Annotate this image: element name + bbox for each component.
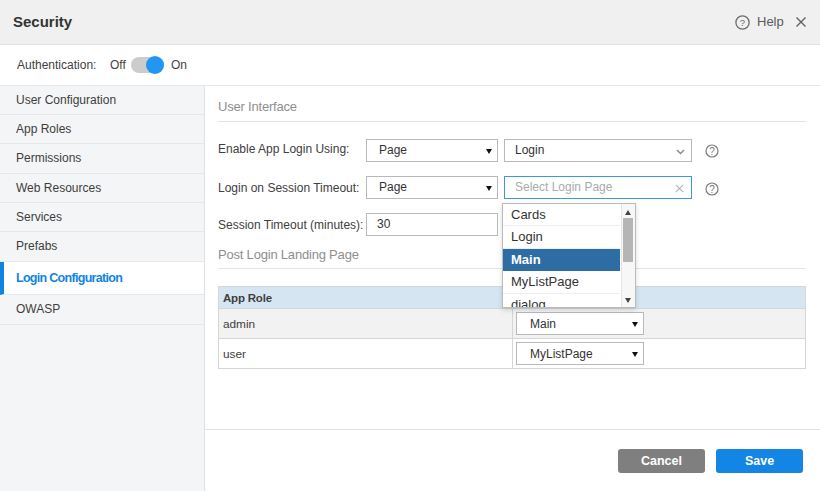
svg-text:?: ? (709, 146, 715, 157)
svg-text:?: ? (709, 184, 715, 195)
svg-text:?: ? (740, 17, 745, 28)
